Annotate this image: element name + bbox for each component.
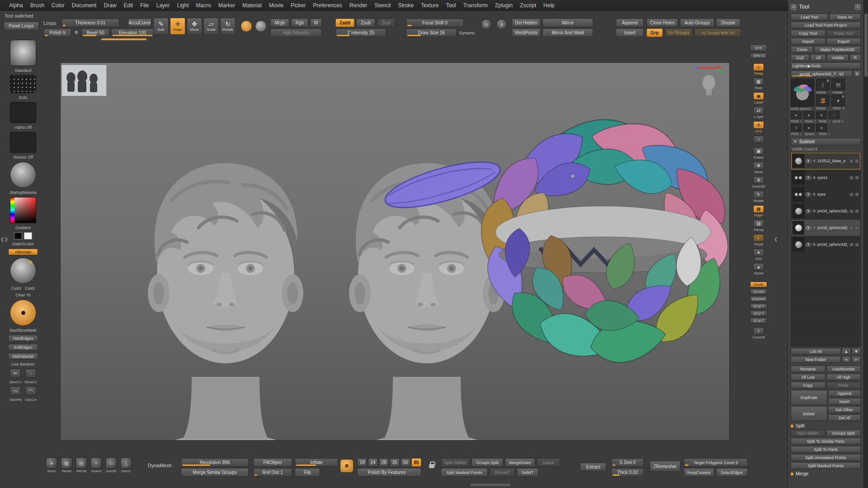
backface-mask-sphere[interactable] [10,300,36,326]
copy-tool-button[interactable]: Copy Tool [791,30,826,37]
size-preset-button[interactable]: 35 [390,458,400,467]
zcut-button[interactable]: Zcut [377,19,395,27]
scale-button[interactable]: ▱Scale [203,18,219,35]
menu-item[interactable]: Picker [287,1,309,9]
zsub-button[interactable]: Zsub [356,19,375,27]
scrollbar-thumb[interactable] [864,14,868,77]
tool-thumbnail[interactable]: ● [816,124,827,131]
split-masked-points-button[interactable]: Split Masked Points [441,468,488,477]
export-button[interactable]: Export [826,38,861,45]
custom-color-sphere[interactable] [10,258,36,284]
split-similar-button[interactable]: Split To Similar Parts [791,438,861,445]
qcyl-z-button[interactable]: QCyl Z [750,318,767,324]
subtool-insert-button[interactable]: Insert [828,398,861,405]
new-folder-button[interactable]: New Folder [791,356,841,363]
paint-icon[interactable] [855,226,859,230]
goz-button[interactable]: GoZ [791,54,809,61]
m-button[interactable]: M [310,19,322,27]
polypaint-icon[interactable] [812,159,816,163]
close-holes-button[interactable]: Close Holes [646,19,678,27]
goz-all-button[interactable]: All [810,54,826,61]
subtool-paste-button[interactable]: Paste [826,382,861,389]
move-out-folder-icon[interactable]: ↩ [852,356,861,363]
split-to-parts-button[interactable]: Split To Parts [791,446,861,453]
clear-to-label[interactable]: Clear To [15,293,30,297]
fill-object-button[interactable]: FillObject [253,458,292,467]
gradient-label[interactable]: Gradient [15,225,31,230]
brush-slot[interactable]: ≈SnakeH [90,457,103,473]
split-hidden-button[interactable]: Split Hidden [441,458,470,467]
delete-button[interactable]: Delete [791,406,827,421]
target-polygons-slider[interactable]: Target Polygons Count 5 [684,458,748,467]
switchcolor-label[interactable]: SwitchColor [12,242,34,246]
uv-groups-button[interactable]: Uv Groups [665,28,693,37]
subtool-copy-button[interactable]: Copy [791,382,826,389]
hard-edges-button[interactable]: HardEdges [8,335,38,342]
floor-button[interactable]: ▦Floor [750,77,768,90]
edit-button[interactable]: ✎Edit [153,18,169,35]
xpose-button[interactable]: ▲Xpose [750,263,768,276]
left-tray-toggle[interactable]: ❮❯ [0,237,8,242]
menu-item[interactable]: Layer [153,1,174,9]
subtool-row[interactable]: pm3d_sphere3d2_36 [791,203,860,220]
subtool-down-button[interactable]: ▼ [852,348,861,355]
live-boolean-label[interactable]: Live Boolean [11,362,35,366]
make-polymesh3d-button[interactable]: Make PolyMesh3D [814,46,861,53]
color-picker[interactable] [10,197,36,223]
polyframe-button[interactable]: ▦PolyF [750,205,768,218]
menu-item[interactable]: Draw [100,1,120,9]
document-viewport[interactable]: + [60,62,730,441]
menu-item[interactable]: Brush [27,1,48,9]
split-unmasked-button[interactable]: Split Unmasked Points [791,454,861,461]
polish-crisp-toggle[interactable] [74,30,79,35]
ghost-button[interactable]: ◐Ghost [750,234,768,247]
size-preset-button[interactable]: 85 [411,458,421,467]
secondary-color-swatch[interactable] [24,232,32,239]
size-preset-button[interactable]: 18 [357,458,367,467]
thick-slider[interactable]: Thick 0.02 [611,468,644,477]
merge-section-header[interactable]: Merge [791,471,861,476]
zremesher-button[interactable]: ZRemesher [650,461,680,472]
subtool-row[interactable]: pm3d_sphere3d2_35 [791,236,860,253]
duplicate-button[interactable]: Duplicate [791,390,827,405]
size-preset-button[interactable]: 28 [379,458,389,467]
menu-item[interactable]: Marker [215,1,239,9]
draw-button[interactable]: ✛Draw [170,18,185,35]
z-intensity-slider[interactable]: Z Intensity 25 [335,28,386,37]
polish-slider[interactable]: Polish 5 [43,28,71,37]
goz-visible-button[interactable]: Visible [827,54,849,61]
rgb-intensity-slider[interactable]: Rgb Intensity [270,28,322,37]
roll-dist-slider[interactable]: Roll Dist 1 [253,468,292,477]
paint-icon[interactable] [855,192,859,197]
local-button[interactable]: ◉Local [750,92,768,105]
tool-thumbnail[interactable]: 6▯ [816,79,830,90]
subtool-append-button[interactable]: Append [828,390,861,397]
draw-size-static-s-dial[interactable]: S [496,19,507,30]
menu-item[interactable]: Zplugin [491,1,516,9]
main-color-swatch[interactable] [14,232,22,239]
extract-button[interactable]: Extract [580,463,606,471]
move-to-folder-icon[interactable]: ↪ [842,356,851,363]
sculpt-icon[interactable] [849,176,854,180]
frame-button[interactable]: ▣Frame [750,147,768,160]
auto-groups-with-uv-button[interactable]: Au Groups With UV [694,28,741,37]
load-from-project-button[interactable]: Load Tool From Project [791,22,861,28]
menu-item[interactable]: Document [68,1,100,9]
tool-thumbnail[interactable]: ● [803,124,814,131]
del-mt-button[interactable]: DelMT [517,468,538,477]
clip-curve-icon[interactable]: ◠ [25,386,36,395]
soft-edges-button[interactable]: SoftEdges [8,344,38,351]
subtool-row[interactable]: pm3d_sphere3d2_7 [791,220,860,236]
double-button[interactable]: Double [716,19,741,27]
size-preset-button[interactable]: 24 [368,458,378,467]
polypaint-icon[interactable] [812,192,816,196]
solo-button[interactable]: ●Solo [750,248,768,261]
polish-dot-icon[interactable] [408,471,410,474]
brush-slot[interactable]: ▤IMM Ba [75,457,88,473]
current-brush-icon[interactable] [241,20,252,32]
lightbox-tools-button[interactable]: Lightbox▶Tools [791,62,861,69]
paint-icon[interactable] [855,209,859,213]
sculpt-icon[interactable] [849,243,854,247]
menu-item[interactable]: Color [48,1,68,9]
bevel-slider[interactable]: Bevel 50 [81,28,109,37]
